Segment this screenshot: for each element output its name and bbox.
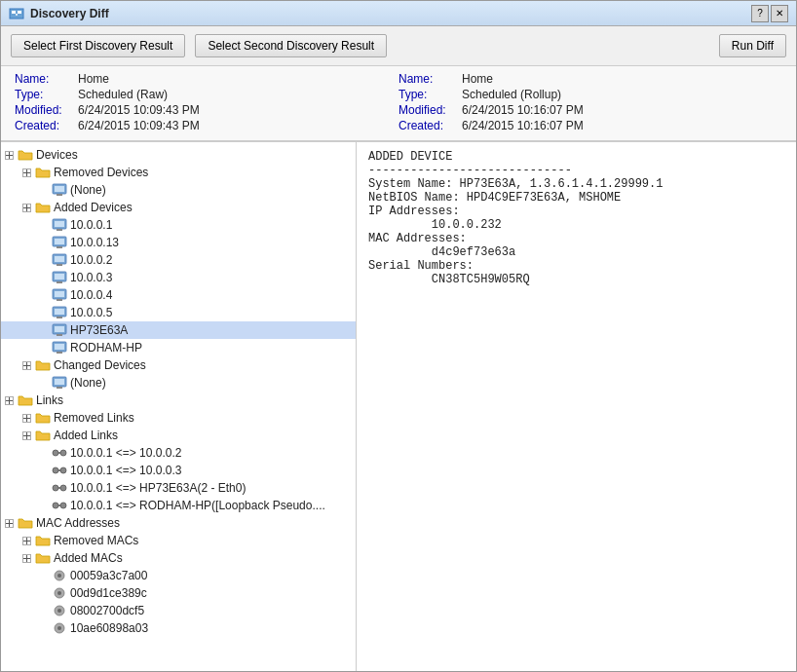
svg-rect-30	[57, 299, 62, 301]
tree-item-link3[interactable]: 10.0.0.1 <=> HP73E63A(2 - Eth0)	[1, 479, 356, 497]
tree-item-ip-10001[interactable]: 10.0.0.1	[1, 216, 356, 234]
tree-item-mac4[interactable]: 10ae60898a03	[1, 619, 356, 637]
tree-label-ip-100013: 10.0.0.13	[70, 236, 119, 249]
tree-item-changed-devices[interactable]: Changed Devices	[1, 356, 356, 374]
svg-point-64	[53, 503, 58, 508]
tree-item-mac2[interactable]: 00d9d1ce389c	[1, 584, 356, 602]
info-left-created-row: Created: 6/24/2015 10:09:43 PM	[15, 119, 398, 132]
select-first-button[interactable]: Select First Discovery Result	[11, 34, 185, 57]
close-button[interactable]: ✕	[771, 5, 788, 22]
help-button[interactable]: ?	[751, 5, 769, 22]
toggle-icon-added-devices[interactable]	[19, 200, 34, 215]
device-icon	[52, 340, 67, 355]
toggle-icon-mac-addresses[interactable]	[1, 515, 17, 531]
info-left-name-row: Name: Home	[15, 72, 398, 86]
tree-item-removed-macs[interactable]: Removed MACs	[1, 532, 356, 549]
link-icon	[52, 463, 67, 478]
toggle-icon-removed-macs[interactable]	[19, 533, 34, 548]
tree-item-mac1[interactable]: 00059a3c7a00	[1, 567, 356, 584]
toggle-icon-added-links[interactable]	[19, 428, 34, 443]
info-right-created-value: 6/24/2015 10:16:07 PM	[462, 119, 584, 132]
folder-icon	[35, 165, 51, 180]
tree-item-rodham-hp[interactable]: RODHAM-HP	[1, 339, 356, 356]
tree-item-added-macs[interactable]: Added MACs	[1, 549, 356, 567]
tree-label-added-devices: Added Devices	[54, 201, 133, 214]
tree-label-removed-links: Removed Links	[54, 411, 134, 425]
device-icon	[52, 252, 67, 268]
tree-item-removed-devices[interactable]: Removed Devices	[1, 164, 356, 181]
tree-item-added-devices[interactable]: Added Devices	[1, 199, 356, 216]
tree-label-rodham-hp: RODHAM-HP	[70, 341, 142, 355]
toggle-icon-removed-devices[interactable]	[19, 165, 34, 180]
svg-rect-20	[55, 239, 64, 244]
tree-label-link4: 10.0.0.1 <=> RODHAM-HP([Loopback Pseudo.…	[70, 499, 325, 512]
tree-label-ip-10004: 10.0.0.4	[70, 288, 112, 302]
svg-rect-35	[55, 326, 64, 332]
folder-icon	[35, 533, 51, 548]
tree-label-mac-addresses: MAC Addresses	[36, 516, 120, 530]
tree-item-link2[interactable]: 10.0.0.1 <=> 10.0.0.3	[1, 462, 356, 479]
tree-label-mac1: 00059a3c7a00	[70, 569, 147, 582]
info-left-modified-label: Modified:	[15, 103, 78, 117]
tree-label-link3: 10.0.0.1 <=> HP73E63A(2 - Eth0)	[70, 481, 246, 495]
info-left: Name: Home Type: Scheduled (Raw) Modifie…	[15, 72, 398, 134]
select-second-button[interactable]: Select Second Discovery Result	[195, 34, 387, 57]
tree-item-ip-10004[interactable]: 10.0.0.4	[1, 286, 356, 304]
svg-point-58	[53, 467, 58, 473]
toggle-icon-removed-links[interactable]	[19, 410, 34, 426]
tree-item-link1[interactable]: 10.0.0.1 <=> 10.0.0.2	[1, 444, 356, 462]
info-right-type-row: Type: Scheduled (Rollup)	[398, 88, 782, 101]
svg-rect-1	[12, 11, 16, 14]
title-bar-left: Discovery Diff	[9, 6, 109, 21]
tree-item-ip-100013[interactable]: 10.0.0.13	[1, 234, 356, 251]
tree-item-none-removed[interactable]: (None)	[1, 181, 356, 199]
tree-item-links[interactable]: Links	[1, 392, 356, 409]
tree-item-ip-10005[interactable]: 10.0.0.5	[1, 304, 356, 321]
tree-item-link4[interactable]: 10.0.0.1 <=> RODHAM-HP([Loopback Pseudo.…	[1, 497, 356, 514]
toggle-icon-devices[interactable]	[1, 147, 17, 163]
info-left-type-row: Type: Scheduled (Raw)	[15, 88, 398, 101]
info-right-type-value: Scheduled (Rollup)	[462, 88, 561, 101]
device-icon	[52, 305, 67, 320]
tree-label-mac3: 08002700dcf5	[70, 604, 144, 617]
tree-item-ip-10003[interactable]: 10.0.0.3	[1, 269, 356, 286]
toggle-icon-added-macs[interactable]	[19, 550, 34, 566]
tree-label-mac2: 00d9d1ce389c	[70, 586, 147, 600]
run-diff-button[interactable]: Run Diff	[719, 34, 786, 57]
svg-point-62	[60, 485, 66, 491]
info-right-modified-row: Modified: 6/24/2015 10:16:07 PM	[398, 103, 782, 117]
tree-item-added-links[interactable]: Added Links	[1, 427, 356, 444]
tree-label-link1: 10.0.0.1 <=> 10.0.0.2	[70, 446, 181, 460]
toggle-icon-links[interactable]	[1, 392, 17, 408]
svg-point-81	[57, 609, 61, 613]
info-panel: Name: Home Type: Scheduled (Raw) Modifie…	[1, 66, 796, 141]
info-left-name-value: Home	[78, 72, 109, 86]
mac-icon	[52, 603, 67, 618]
info-left-created-value: 6/24/2015 10:09:43 PM	[78, 119, 200, 132]
main-window: Discovery Diff ? ✕ Select First Discover…	[0, 0, 797, 672]
title-bar: Discovery Diff ? ✕	[1, 1, 796, 26]
tree-label-none-removed: (None)	[70, 183, 106, 197]
info-right-modified-value: 6/24/2015 10:16:07 PM	[462, 103, 584, 117]
tree-panel[interactable]: Devices Removed Devices (None) Added Dev…	[1, 142, 357, 671]
window-icon	[9, 6, 24, 21]
tree-item-none-changed[interactable]: (None)	[1, 374, 356, 392]
tree-item-ip-10002[interactable]: 10.0.0.2	[1, 251, 356, 269]
toggle-icon-changed-devices[interactable]	[19, 357, 34, 373]
tree-item-devices[interactable]: Devices	[1, 146, 356, 164]
info-right-name-row: Name: Home	[398, 72, 782, 86]
device-icon	[52, 322, 67, 338]
tree-label-link2: 10.0.0.1 <=> 10.0.0.3	[70, 464, 181, 477]
tree-item-mac3[interactable]: 08002700dcf5	[1, 602, 356, 619]
svg-rect-45	[57, 387, 62, 389]
tree-item-mac-addresses[interactable]: MAC Addresses	[1, 514, 356, 532]
tree-item-hp73e63a[interactable]: HP73E63A	[1, 321, 356, 339]
info-left-created-label: Created:	[15, 119, 78, 132]
tree-item-removed-links[interactable]: Removed Links	[1, 409, 356, 427]
detail-panel: ADDED DEVICE ---------------------------…	[357, 142, 796, 671]
folder-icon	[35, 410, 51, 426]
device-icon	[52, 270, 67, 285]
device-icon	[52, 182, 67, 198]
tree-label-devices: Devices	[36, 148, 78, 162]
info-right-modified-label: Modified:	[398, 103, 462, 117]
